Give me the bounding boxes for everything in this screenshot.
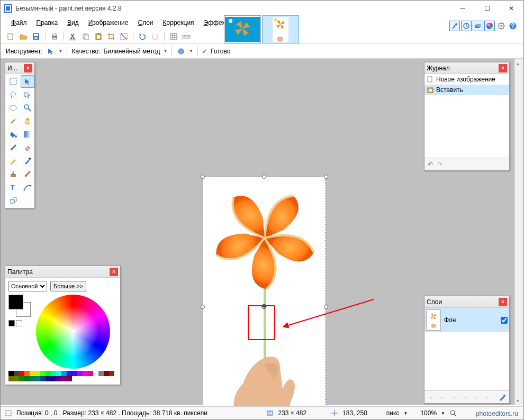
handle-tr[interactable] (324, 175, 328, 179)
layer-visible-checkbox[interactable] (501, 317, 508, 324)
tools-panel-close[interactable]: × (24, 64, 32, 72)
save-icon[interactable] (31, 32, 41, 41)
palette-close[interactable]: × (110, 268, 118, 276)
swatch-strip[interactable] (8, 371, 116, 381)
paste-icon[interactable] (94, 32, 103, 41)
zoom-dropdown-arrow[interactable]: ▼ (441, 411, 445, 416)
tool-shapes[interactable] (6, 194, 20, 207)
swatch[interactable] (14, 376, 19, 381)
move-handle-icon[interactable]: ⊕ (261, 302, 267, 311)
handle-mr[interactable] (324, 305, 328, 309)
minimize-button[interactable]: ─ (450, 1, 475, 16)
palette-more-button[interactable]: Больше >> (50, 281, 86, 291)
units-dropdown-arrow[interactable]: ▼ (403, 411, 408, 416)
swatch[interactable] (67, 376, 72, 381)
tool-pencil[interactable] (6, 154, 20, 167)
new-file-icon[interactable] (6, 32, 15, 41)
history-panel-toggle-icon[interactable] (461, 21, 472, 31)
maximize-button[interactable]: ☐ (475, 1, 499, 16)
tool-line[interactable] (21, 181, 34, 194)
swatch[interactable] (77, 371, 83, 376)
swatch[interactable] (19, 376, 24, 381)
history-close[interactable]: × (499, 64, 507, 72)
swatch[interactable] (40, 371, 46, 376)
layer-merge-icon[interactable]: ▫ (460, 392, 469, 402)
swatch[interactable] (30, 371, 35, 376)
history-undo-icon[interactable]: ↶ (428, 161, 433, 168)
tool-eraser[interactable] (21, 141, 34, 154)
reset-white-icon[interactable] (16, 320, 22, 326)
menu-edit[interactable]: Правка (32, 18, 62, 28)
history-item-0[interactable]: Новое изображение (424, 74, 509, 85)
tool-dropdown-arrow[interactable]: ▼ (59, 49, 63, 53)
swatch[interactable] (72, 371, 77, 376)
print-icon[interactable] (50, 32, 59, 41)
layer-dup-icon[interactable]: ▫ (449, 392, 458, 402)
swatch[interactable] (24, 376, 30, 381)
status-zoom[interactable]: 100% (420, 409, 437, 417)
swatch[interactable] (109, 371, 114, 376)
swatch[interactable] (35, 376, 40, 381)
swatch[interactable] (14, 371, 19, 376)
swatch[interactable] (104, 371, 109, 376)
tool-brush[interactable] (6, 141, 20, 154)
swatch[interactable] (8, 376, 14, 381)
colors-panel-toggle-icon[interactable] (484, 21, 495, 31)
handle-ml[interactable] (201, 305, 205, 309)
help-icon[interactable]: ? (508, 21, 518, 31)
swatch[interactable] (83, 371, 88, 376)
swatch[interactable] (56, 376, 61, 381)
tool-ellipse-select[interactable] (6, 102, 20, 114)
open-file-icon[interactable] (19, 32, 28, 41)
tool-recolor[interactable] (21, 168, 34, 180)
grid-icon[interactable] (169, 32, 178, 41)
layer-up-icon[interactable]: ▫ (471, 392, 481, 402)
color-wheel[interactable] (36, 295, 110, 369)
handle-tm[interactable] (262, 175, 266, 179)
vertical-scrollbar[interactable] (514, 59, 523, 405)
thumb-doc-2[interactable] (262, 15, 299, 43)
swatch[interactable] (8, 371, 14, 376)
swatch[interactable] (67, 371, 72, 376)
status-units[interactable]: пикс (386, 409, 400, 417)
swatch[interactable] (19, 371, 24, 376)
quality-value[interactable]: Билинейный метод (104, 48, 160, 55)
tool-clone[interactable] (6, 168, 20, 180)
tool-fill[interactable] (6, 128, 20, 141)
layers-close[interactable]: × (499, 298, 507, 306)
close-button[interactable]: ✕ (499, 1, 523, 16)
canvas-selection[interactable] (203, 177, 326, 420)
menu-view[interactable]: Вид (63, 18, 83, 28)
swatch[interactable] (98, 371, 104, 376)
sampling-icon[interactable] (176, 47, 186, 56)
swatch[interactable] (46, 376, 51, 381)
settings-icon[interactable] (496, 21, 507, 31)
tool-zoom[interactable] (21, 102, 34, 114)
layer-delete-icon[interactable]: ▫ (438, 392, 447, 402)
swatch[interactable] (46, 371, 51, 376)
thumb-doc-1[interactable] (224, 15, 261, 43)
menu-adjust[interactable]: Коррекция (159, 18, 198, 28)
history-redo-icon[interactable]: ↷ (437, 161, 442, 168)
zoom-icon[interactable] (449, 409, 457, 417)
tool-rect-select[interactable] (6, 75, 20, 88)
quality-dropdown-arrow[interactable]: ▼ (163, 49, 167, 53)
undo-icon[interactable] (138, 32, 147, 41)
swatch[interactable] (51, 371, 56, 376)
tool-color-picker[interactable] (21, 154, 34, 167)
tool-gradient[interactable] (21, 128, 34, 141)
crop-icon[interactable] (106, 32, 116, 41)
deselect-icon[interactable] (119, 32, 129, 41)
history-item-1[interactable]: Вставить (424, 85, 509, 95)
tool-move-pixels[interactable] (21, 88, 34, 101)
swatch[interactable] (56, 371, 61, 376)
copy-icon[interactable] (81, 32, 91, 41)
swatch[interactable] (61, 371, 67, 376)
color-swatch[interactable] (8, 295, 32, 318)
swatch[interactable] (35, 371, 40, 376)
tool-move-selection[interactable] (21, 75, 34, 88)
tool-text[interactable]: T (6, 181, 20, 194)
layer-props-icon[interactable] (498, 392, 507, 402)
tool-pan[interactable] (21, 115, 34, 127)
primary-color[interactable] (8, 295, 23, 309)
